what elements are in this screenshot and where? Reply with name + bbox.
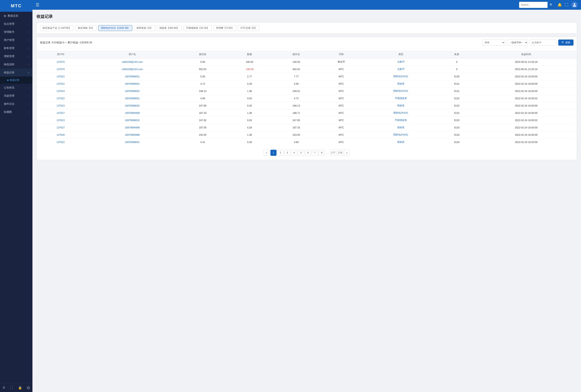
page-7-button[interactable]: 7 — [312, 150, 318, 156]
page-2-button[interactable]: 2 — [277, 150, 284, 156]
tab-wealth-div[interactable]: 理财包2H分红【1839.38】 — [98, 25, 132, 31]
cell-type[interactable]: 理财包2H分红 — [364, 131, 438, 139]
cell-uid[interactable]: 137622 — [37, 80, 84, 88]
sidebar-item-label: 轮播图 — [4, 110, 12, 114]
cell-uid[interactable]: 137622 — [37, 139, 84, 146]
sidebar-item-wealth[interactable]: 理财管理 › — [0, 52, 32, 60]
cell-type[interactable]: 兑换币 — [364, 66, 438, 73]
cell-type[interactable]: 平级绩效奖 — [364, 117, 438, 124]
tab-performance[interactable]: 绩效奖【383.89】 — [157, 25, 182, 31]
tab-otc[interactable]: OTC交易【0】 — [238, 25, 260, 31]
sidebar-item-notice[interactable]: 公告快讯 › — [0, 84, 32, 92]
cell-username[interactable]: 18978995888 — [84, 131, 180, 139]
sidebar-item-wallet[interactable]: 钱包划转 › — [0, 60, 32, 68]
cell-uid[interactable]: 137623 — [37, 117, 84, 124]
bell-icon[interactable]: 🔔 — [558, 3, 562, 7]
cell-uid[interactable]: 137622 — [37, 73, 84, 80]
cell-type[interactable]: 绩效奖 — [364, 124, 438, 131]
sidebar-item-user[interactable]: 用户管理 › — [0, 36, 32, 44]
page-8-button[interactable]: 8 — [319, 150, 325, 156]
power-icon[interactable]: ⏻ — [27, 386, 30, 390]
cell-username[interactable]: 18978998001 — [84, 139, 180, 146]
sidebar-item-site[interactable]: 站点管理 › — [0, 20, 32, 28]
cell-after: 247.85 — [274, 117, 319, 124]
cell-uid[interactable]: 137622 — [37, 95, 84, 102]
cell-uid[interactable]: 137628 — [37, 131, 84, 139]
sidebar-item-label: 用户管理 — [4, 38, 14, 42]
cell-username[interactable]: 18978998002 — [84, 88, 180, 95]
cell-before: 4.72 — [180, 80, 226, 88]
cell-type[interactable]: 理财包2H分红 — [364, 109, 438, 117]
sidebar-item-label: 公告快讯 — [4, 86, 14, 90]
tab-level-perf[interactable]: 平级绩效奖【32.38】 — [184, 25, 212, 31]
page-177-button[interactable]: 177 — [330, 150, 336, 156]
page-178-button[interactable]: 178 — [337, 150, 343, 156]
sidebar-item-income[interactable]: 收益记录 ∨ — [0, 68, 32, 77]
search-submit-button[interactable]: 🔍 — [548, 2, 555, 8]
cell-username[interactable]: 18978998001 — [84, 95, 180, 102]
sidebar-sub-item-income-record[interactable]: 收益记录 — [0, 77, 32, 84]
tab-mgmt-fee[interactable]: 管理费【7135】 — [214, 25, 236, 31]
cell-type[interactable]: 绩效奖 — [364, 80, 438, 88]
tab-buy-fund[interactable]: 购买基金产品【-144700】 — [40, 25, 74, 31]
page-next-button[interactable]: » — [344, 150, 350, 156]
cell-username[interactable]: 18978998002 — [84, 117, 180, 124]
menu-icon[interactable]: ☰ — [36, 2, 39, 7]
page-prev-button[interactable]: « — [264, 150, 270, 156]
page-3-button[interactable]: 3 — [284, 150, 290, 156]
type-select[interactable]: 所有 兑换币 理财包2H分红 绩效奖 平级绩效奖 管理费 — [482, 39, 505, 46]
cell-uid[interactable]: 137623 — [37, 102, 84, 109]
sidebar-item-dashboard[interactable]: ⊞ 数据总览 — [0, 12, 32, 20]
page-1-button[interactable]: 1 — [270, 150, 276, 156]
expand-icon[interactable]: ⛶ — [565, 3, 568, 7]
col-username: 用户名 — [84, 51, 180, 58]
sidebar-item-label: 站点管理 — [4, 22, 14, 26]
sidebar-item-oplog[interactable]: 操作日志 › — [0, 100, 32, 108]
page-5-button[interactable]: 5 — [298, 150, 304, 156]
tab-recommend[interactable]: 推荐奖励【0】 — [134, 25, 155, 31]
fullscreen-icon[interactable]: ⛶ — [10, 386, 13, 390]
sidebar-item-label: 操作日志 — [4, 102, 14, 106]
search-button[interactable]: 🔍 搜索 — [558, 39, 574, 46]
account-input[interactable] — [530, 39, 556, 46]
settings-icon[interactable]: ⚙ — [2, 386, 5, 390]
cell-after: 248.13 — [274, 102, 319, 109]
cell-type[interactable]: 兑换币 — [364, 58, 438, 66]
lock-icon[interactable]: 🔒 — [18, 386, 22, 390]
cell-username[interactable]: coffe339@163.com — [84, 66, 180, 73]
cell-amount: 1.38 — [226, 109, 274, 117]
page-4-button[interactable]: 4 — [291, 150, 297, 156]
tab-buy-qual[interactable]: 购买资格【0】 — [75, 25, 96, 31]
cell-username[interactable]: 18978994999 — [84, 124, 180, 131]
cell-type[interactable]: 绩效奖 — [364, 102, 438, 109]
table-row: 137623 18978998002 247.85 0.28 248.13 MT… — [37, 102, 577, 109]
cell-type[interactable]: 理财包2H分红 — [364, 73, 438, 80]
sidebar-sub-item-label: 收益记录 — [10, 78, 20, 82]
sidebar-item-finance[interactable]: 财务管理 › — [0, 44, 32, 52]
search-input[interactable] — [519, 3, 548, 6]
cell-uid[interactable]: 137627 — [37, 124, 84, 131]
sidebar-item-recharge[interactable]: 充提管理 › — [0, 92, 32, 100]
cell-username[interactable]: 18978998002 — [84, 102, 180, 109]
col-time: 收益时间 — [476, 51, 577, 58]
cell-uid[interactable]: 137623 — [37, 88, 84, 95]
sidebar-item-banner[interactable]: 轮播图 › — [0, 108, 32, 116]
cell-username[interactable]: 18978998001 — [84, 80, 180, 88]
table-row: 137622 18978998001 4.72 0.28 5.00 MTC 绩效… — [37, 80, 577, 88]
cell-username[interactable]: 18978998001 — [84, 73, 180, 80]
cell-source: 5133 — [438, 131, 476, 139]
cell-before: 247.82 — [180, 117, 226, 124]
sidebar-item-account[interactable]: 管理账号 › — [0, 28, 32, 36]
cell-uid[interactable]: 137670 — [37, 66, 84, 73]
cell-uid[interactable]: 137670 — [37, 58, 84, 66]
avatar[interactable] — [571, 1, 578, 8]
table-row: 137622 18978998001 4.41 0.28 4.69 MTC 绩效… — [37, 139, 577, 146]
coin-select[interactable]: --选择币种-- MTC 泰达币 — [507, 39, 528, 46]
page-6-button[interactable]: 6 — [305, 150, 311, 156]
cell-username[interactable]: 18978994999 — [84, 109, 180, 117]
cell-uid[interactable]: 137627 — [37, 109, 84, 117]
cell-type[interactable]: 绩效奖 — [364, 139, 438, 146]
cell-type[interactable]: 平级绩效奖 — [364, 95, 438, 102]
cell-username[interactable]: coffe339@163.com — [84, 58, 180, 66]
cell-type[interactable]: 理财包2H分红 — [364, 88, 438, 95]
